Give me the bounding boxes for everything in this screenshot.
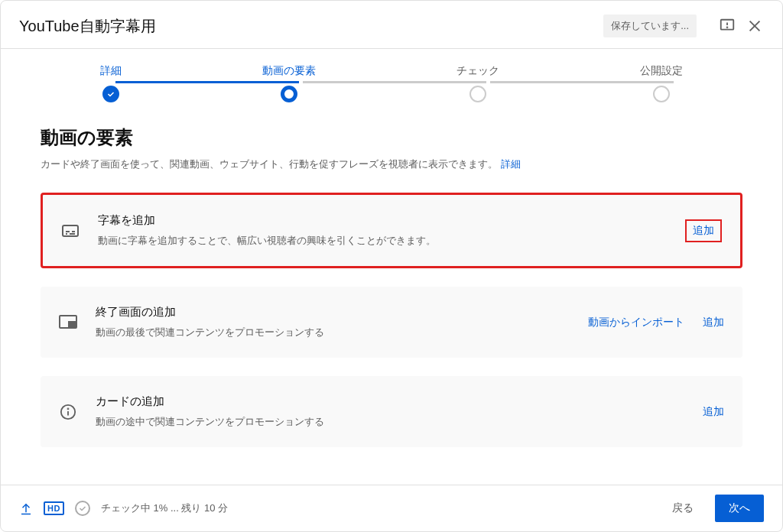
dialog-footer: HD チェック中 1% ... 残り 10 分 戻る 次へ	[1, 485, 782, 531]
hd-icon: HD	[44, 501, 64, 515]
step-checks[interactable]: チェック	[456, 64, 499, 102]
svg-point-14	[68, 408, 69, 409]
upload-dialog: YouTube自動字幕用 保存しています... 詳細 動画の要素 チェック	[0, 0, 783, 532]
endscreen-desc: 動画の最後で関連コンテンツをプロモーションする	[96, 326, 570, 339]
import-from-video-button[interactable]: 動画からインポート	[588, 316, 684, 329]
endscreen-card: 終了画面の追加 動画の最後で関連コンテンツをプロモーションする 動画からインポー…	[41, 287, 742, 358]
endscreen-icon	[59, 313, 77, 332]
learn-more-link[interactable]: 詳細	[501, 158, 521, 170]
step-details[interactable]: 詳細	[100, 64, 122, 102]
add-cards-button[interactable]: 追加	[703, 405, 724, 419]
page-description: カードや終了画面を使って、関連動画、ウェブサイト、行動を促すフレーズを視聴者に表…	[41, 157, 742, 171]
close-icon[interactable]	[746, 17, 764, 35]
svg-rect-11	[69, 322, 75, 326]
page-title: 動画の要素	[41, 125, 742, 150]
processing-status: チェック中 1% ... 残り 10 分	[101, 501, 228, 515]
subtitles-desc: 動画に字幕を追加することで、幅広い視聴者の興味を引くことができます。	[98, 234, 667, 248]
dialog-header: YouTube自動字幕用 保存しています...	[1, 1, 782, 49]
checkmark-icon	[102, 86, 119, 102]
subtitles-card: 字幕を追加 動画に字幕を追加することで、幅広い視聴者の興味を引くことができます。…	[41, 193, 742, 268]
save-status: 保存しています...	[603, 15, 697, 37]
cards-desc: 動画の途中で関連コンテンツをプロモーションする	[96, 415, 684, 429]
subtitles-icon	[61, 222, 80, 240]
step-visibility[interactable]: 公開設定	[640, 64, 683, 102]
svg-point-2	[727, 27, 728, 28]
upload-icon[interactable]	[19, 501, 33, 515]
dialog-title: YouTube自動字幕用	[19, 16, 603, 37]
cards-card: カードの追加 動画の途中で関連コンテンツをプロモーションする 追加	[41, 376, 742, 447]
subtitles-title: 字幕を追加	[98, 213, 667, 228]
back-button[interactable]: 戻る	[658, 495, 707, 522]
cards-title: カードの追加	[96, 394, 684, 409]
next-button[interactable]: 次へ	[715, 495, 764, 522]
endscreen-title: 終了画面の追加	[96, 305, 570, 320]
feedback-icon[interactable]	[718, 17, 736, 35]
step-video-elements[interactable]: 動画の要素	[262, 64, 316, 102]
add-endscreen-button[interactable]: 追加	[703, 316, 724, 329]
info-icon	[59, 403, 77, 421]
content-area: 動画の要素 カードや終了画面を使って、関連動画、ウェブサイト、行動を促すフレーズ…	[1, 102, 782, 485]
add-subtitles-button[interactable]: 追加	[685, 219, 722, 242]
stepper: 詳細 動画の要素 チェック 公開設定	[1, 49, 782, 102]
check-status-icon	[75, 501, 90, 516]
